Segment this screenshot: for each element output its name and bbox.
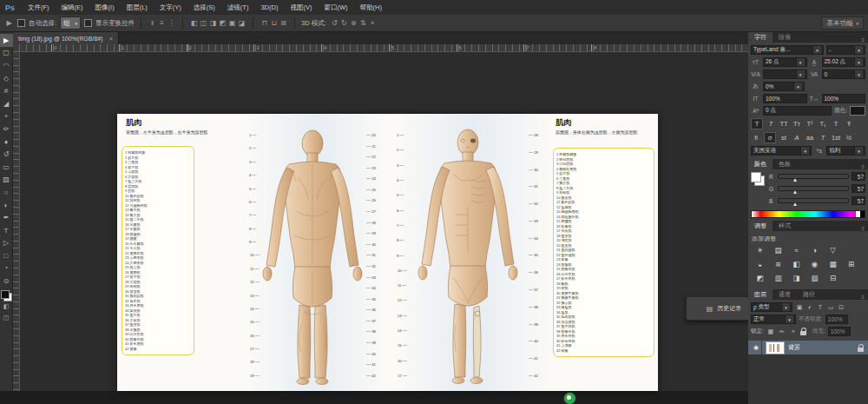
filter-shape-icon[interactable]: ▭ [826, 304, 835, 311]
channel-slider[interactable] [778, 186, 849, 191]
curves-icon[interactable]: ≈ [789, 245, 804, 255]
foreground-swatch[interactable] [751, 172, 761, 182]
opentype-button[interactable]: aa [805, 133, 815, 142]
eyedropper-tool[interactable]: ◢ [0, 97, 13, 110]
menu-item[interactable]: 选择(S) [187, 0, 221, 15]
text-style-button[interactable]: T₁ [818, 119, 828, 129]
language-dropdown[interactable]: 美国英语 ▾ [751, 146, 812, 156]
arrange-icon[interactable]: ⊞ [279, 19, 288, 27]
gradient-tool[interactable]: ▨ [0, 174, 13, 187]
opentype-button[interactable]: fi [751, 133, 761, 142]
slider-thumb[interactable] [793, 202, 797, 206]
opentype-button[interactable]: T [818, 133, 828, 142]
blur-tool[interactable]: ○ [0, 186, 13, 199]
text-color-swatch[interactable] [850, 106, 865, 116]
pen-tool[interactable]: ✒ [0, 211, 13, 224]
horizontal-ruler[interactable]: 012345678 [19, 44, 748, 52]
quick-select-tool[interactable]: ◇ [0, 72, 13, 85]
antialias-dropdown[interactable]: 锐利 ▾ [826, 146, 865, 156]
levels-icon[interactable]: ▤ [771, 245, 786, 255]
text-style-button[interactable]: T [766, 119, 776, 129]
tab-paths[interactable]: 路径 [797, 289, 821, 300]
lock-all-icon[interactable] [800, 331, 806, 335]
tsume-field[interactable]: 0% ▾ [763, 82, 805, 91]
type-tool[interactable]: T [0, 224, 13, 237]
filter-pixel-icon[interactable]: ▣ [795, 304, 804, 311]
brightness-contrast-icon[interactable]: ☀ [753, 245, 767, 255]
text-style-button[interactable]: T¹ [805, 119, 815, 129]
screen-mode-icon[interactable]: ◫ [0, 313, 13, 324]
zoom-tool[interactable]: ⊙ [0, 275, 13, 288]
path-select-tool[interactable]: ▷ [0, 237, 13, 250]
auto-select-dropdown[interactable]: 组 ▾ [60, 17, 81, 30]
lock-position-icon[interactable]: + [789, 328, 798, 335]
hue-saturation-icon[interactable]: ◒ [753, 259, 767, 269]
font-style-dropdown[interactable]: - ▾ [826, 45, 865, 55]
vertical-scale-field[interactable]: 100% [763, 94, 807, 103]
menu-item[interactable]: 图层(L) [121, 0, 154, 15]
history-brush-tool[interactable]: ↺ [0, 148, 13, 161]
menu-item[interactable]: 3D(D) [254, 0, 284, 15]
filter-type-icon[interactable]: T [816, 304, 825, 311]
menu-item[interactable]: 文件(F) [22, 0, 56, 15]
opentype-button[interactable]: σ [764, 132, 776, 143]
auto-blend-icon[interactable]: ⊔ [269, 19, 279, 27]
filter-smart-icon[interactable]: ⊡ [837, 304, 845, 311]
lock-pixels-icon[interactable]: ✏ [778, 328, 786, 335]
exposure-icon[interactable]: ◑ [807, 245, 822, 255]
text-style-button[interactable]: Ŧ [844, 119, 854, 129]
color-balance-icon[interactable]: ≋ [771, 259, 786, 269]
document-tab[interactable]: timg (18).jpg @ 100%(RGB/8#) × [13, 32, 119, 44]
baseline-shift-field[interactable]: 0 点 [763, 106, 832, 116]
auto-select-checkbox[interactable] [17, 19, 25, 27]
channel-mixer-icon[interactable]: ▦ [825, 259, 840, 269]
lasso-tool[interactable]: ◠ [0, 59, 13, 72]
text-style-button[interactable]: Tт [792, 119, 802, 129]
menu-item[interactable]: 滤镜(T) [221, 0, 255, 15]
taskbar-green-icon[interactable] [564, 393, 575, 404]
tab-layers[interactable]: 图层 [748, 289, 773, 300]
quick-mask-icon[interactable]: ◧ [0, 301, 13, 313]
font-size-field[interactable]: 26 点 ▾ [763, 57, 807, 67]
menu-item[interactable]: 视图(V) [284, 0, 318, 15]
layer-thumbnail[interactable] [766, 341, 785, 354]
channel-value[interactable]: 57 [852, 196, 865, 205]
distribute-horizontal-icon[interactable]: ≡ [157, 19, 167, 27]
opentype-button[interactable]: A [792, 133, 802, 142]
selective-color-icon[interactable]: ⊟ [825, 273, 840, 283]
vertical-ruler[interactable] [13, 51, 20, 391]
vibrance-icon[interactable]: ▽ [825, 245, 840, 255]
auto-align-icon[interactable]: ⊓ [260, 19, 269, 27]
slider-thumb[interactable] [793, 190, 797, 194]
blend-mode-dropdown[interactable]: 正常 ▾ [751, 315, 796, 324]
opacity-field[interactable]: 100% [825, 315, 848, 324]
filter-adjustment-icon[interactable]: ◐ [806, 304, 814, 311]
align-bottom-icon[interactable]: ◪ [237, 19, 247, 27]
channel-value[interactable]: 57 [852, 184, 865, 193]
slider-thumb[interactable] [793, 178, 797, 182]
posterize-icon[interactable]: ▥ [771, 273, 786, 283]
3d-rotate-icon[interactable]: ↺ [330, 19, 339, 28]
lock-transparent-icon[interactable]: ▦ [766, 328, 775, 335]
marquee-tool[interactable]: ▢ [0, 47, 13, 60]
distribute-vertical-icon[interactable]: ‖ [148, 19, 157, 27]
channel-slider[interactable] [778, 198, 849, 203]
tracking-field[interactable]: 0 ▾ [822, 70, 866, 79]
fg-bg-swatches[interactable] [751, 172, 765, 186]
leading-field[interactable]: 25.02 点 ▾ [822, 57, 866, 67]
tab-color[interactable]: 颜色 [748, 159, 773, 169]
tab-styles[interactable]: 样式 [773, 221, 797, 231]
invert-icon[interactable]: ◩ [753, 273, 767, 283]
color-lookup-icon[interactable]: ⊞ [844, 259, 858, 269]
align-top-icon[interactable]: ◩ [218, 19, 227, 27]
3d-slide-icon[interactable]: ⇅ [358, 19, 368, 28]
kerning-field[interactable]: ▾ [763, 70, 807, 79]
eraser-tool[interactable]: ▭ [0, 161, 13, 174]
menu-item[interactable]: 图像(I) [89, 0, 121, 15]
show-transform-checkbox[interactable] [84, 19, 92, 27]
brush-tool[interactable]: ✏ [0, 123, 13, 136]
close-icon[interactable]: × [108, 35, 113, 43]
opentype-button[interactable]: 1st [831, 133, 841, 142]
align-right-icon[interactable]: ◨ [208, 19, 218, 27]
layers-list-empty-area[interactable] [748, 354, 868, 404]
